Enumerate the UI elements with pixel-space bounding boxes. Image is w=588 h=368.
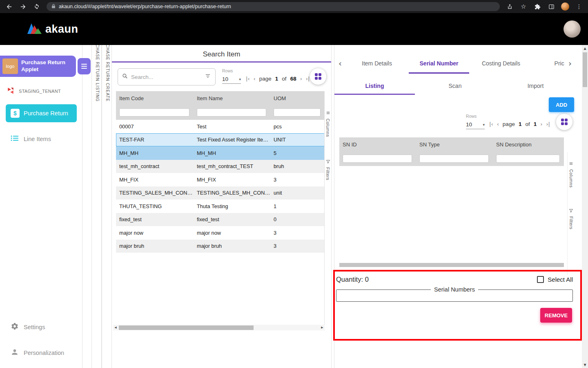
remove-button[interactable]: REMOVE bbox=[540, 308, 572, 323]
forward-icon[interactable] bbox=[19, 2, 27, 11]
scroll-down-icon[interactable]: ▼ bbox=[582, 361, 588, 368]
add-button[interactable]: ADD bbox=[549, 97, 574, 112]
h-scrollbar-thumb[interactable] bbox=[119, 325, 254, 330]
subtab-import[interactable]: Import bbox=[495, 77, 576, 95]
of-word: of bbox=[525, 121, 530, 127]
share-icon[interactable] bbox=[506, 2, 514, 11]
grid-icon bbox=[315, 73, 322, 80]
sidebar-item-purchase-return[interactable]: Purchase Return bbox=[6, 104, 77, 122]
last-page-icon[interactable]: ›| bbox=[306, 76, 310, 82]
uom-filter-input[interactable] bbox=[274, 108, 321, 117]
scroll-right-icon[interactable]: ▶ bbox=[320, 326, 325, 329]
extensions-icon[interactable] bbox=[533, 2, 541, 11]
table-row[interactable]: test_mh_contract test_mh_contract_TEST b… bbox=[116, 160, 325, 173]
tenant-selector[interactable]: STAGING_TENANT bbox=[7, 87, 61, 96]
address-bar[interactable]: akaun.cloud/#/applet/tnt/wavelet/erp/pur… bbox=[47, 2, 500, 11]
serial-number-table: SN ID SN Type SN Description bbox=[339, 137, 564, 263]
sn-description-filter-input[interactable] bbox=[496, 155, 560, 163]
next-page-icon[interactable]: › bbox=[540, 121, 542, 127]
grid-view-button[interactable] bbox=[310, 68, 326, 85]
header-sn-type[interactable]: SN Type bbox=[416, 141, 493, 148]
filter-list-icon[interactable] bbox=[205, 73, 211, 81]
serial-number-subtabs: Listing Scan Import bbox=[334, 77, 576, 95]
first-page-icon[interactable]: |‹ bbox=[489, 121, 493, 127]
applet-switcher[interactable]: logo Purchase Return Applet bbox=[0, 56, 76, 77]
sidebar-item-settings[interactable]: Settings bbox=[11, 322, 45, 332]
sidebar-item-label: Purchase Return bbox=[24, 110, 68, 117]
tab-item-details[interactable]: Item Details bbox=[346, 53, 408, 74]
next-page-icon[interactable]: › bbox=[300, 76, 302, 82]
rows-select[interactable]: 10 ▾ bbox=[222, 76, 241, 84]
columns-label: Columns bbox=[569, 169, 574, 188]
table-row[interactable]: TEST-FAR Test Fixed Asset Register Item … bbox=[116, 133, 325, 147]
filters-tool[interactable]: Filters bbox=[568, 207, 575, 229]
item-code-cell: TESTING_SALES_MH_CONTRACT bbox=[116, 190, 194, 196]
kebab-menu-icon[interactable]: ⋮ bbox=[575, 2, 583, 11]
add-row: ADD bbox=[334, 95, 576, 114]
columns-tool[interactable]: Columns bbox=[568, 160, 575, 188]
star-icon[interactable]: ☆ bbox=[519, 2, 528, 11]
last-page-icon[interactable]: ›| bbox=[546, 121, 550, 127]
filters-tool[interactable]: Filters bbox=[325, 158, 331, 180]
subtab-listing[interactable]: Listing bbox=[334, 77, 415, 95]
header-sn-description[interactable]: SN Description bbox=[493, 141, 564, 148]
browser-chrome: akaun.cloud/#/applet/tnt/wavelet/erp/pur… bbox=[0, 0, 588, 13]
tab-scroll-right-icon[interactable]: › bbox=[564, 53, 576, 74]
user-avatar[interactable] bbox=[564, 20, 581, 38]
purchase-return-icon bbox=[11, 109, 20, 118]
table-row[interactable]: TESTING_SALES_MH_CONTRACT TESTING_SALES_… bbox=[116, 186, 325, 200]
search-input[interactable] bbox=[131, 74, 201, 80]
rows-select[interactable]: 10 ▾ bbox=[466, 121, 485, 129]
refresh-icon[interactable] bbox=[33, 2, 41, 11]
table-row[interactable]: MH_FIX MH_FIX 3 bbox=[116, 173, 325, 186]
collapsed-tab-label: PURCHASE RETURN CREATE bbox=[104, 45, 110, 102]
header-item-name[interactable]: Item Name bbox=[194, 95, 270, 101]
back-icon[interactable] bbox=[5, 2, 13, 11]
side-panel-icon[interactable] bbox=[547, 2, 555, 11]
collapsed-tab-purchase-return-listing[interactable]: PURCHASE RETURN LISTING bbox=[91, 45, 102, 368]
panel-accent-rule bbox=[112, 61, 331, 63]
tab-scroll-left-icon[interactable]: ‹ bbox=[334, 53, 346, 74]
table-row[interactable]: major now major now 3 bbox=[116, 226, 325, 240]
prev-page-icon[interactable]: ‹ bbox=[254, 76, 256, 82]
sn-type-filter-input[interactable] bbox=[419, 155, 489, 163]
table-row[interactable]: fixed_test fixed_test 0 bbox=[116, 213, 325, 227]
tab-pricing[interactable]: Pricing bbox=[532, 53, 564, 74]
grid-view-button[interactable] bbox=[556, 114, 572, 130]
first-page-icon[interactable]: |‹ bbox=[246, 76, 250, 82]
table-row[interactable]: MH_MH MH_MH 5 bbox=[116, 146, 325, 160]
table-row[interactable]: major bruh major bruh 3 bbox=[116, 240, 325, 253]
tab-serial-number[interactable]: Serial Number bbox=[408, 53, 470, 74]
table-row[interactable]: THUTA_TESTING Thuta Testing 1 bbox=[116, 200, 325, 213]
header-sn-id[interactable]: SN ID bbox=[339, 141, 416, 148]
uom-cell: 1 bbox=[270, 203, 325, 209]
rows-label: Rows bbox=[222, 68, 241, 73]
hamburger-icon[interactable] bbox=[78, 58, 91, 74]
scrollbar-thumb[interactable] bbox=[583, 52, 587, 87]
item-name-filter-input[interactable] bbox=[197, 108, 266, 117]
h-scrollbar-thumb[interactable] bbox=[339, 263, 564, 267]
columns-tool[interactable]: Columns bbox=[325, 110, 331, 137]
applet-logo: logo bbox=[2, 58, 18, 74]
header-uom[interactable]: UOM bbox=[270, 95, 325, 101]
header-item-code[interactable]: Item Code bbox=[116, 95, 194, 101]
screen: akaun.cloud/#/applet/tnt/wavelet/erp/pur… bbox=[0, 0, 588, 368]
select-all-checkbox[interactable] bbox=[537, 276, 544, 283]
tab-costing-details[interactable]: Costing Details bbox=[470, 53, 532, 74]
search-icon bbox=[122, 73, 128, 81]
scroll-left-icon[interactable]: ◀ bbox=[113, 326, 118, 329]
scroll-up-icon[interactable]: ▲ bbox=[582, 45, 588, 52]
sidebar-item-personalization[interactable]: Personalization bbox=[11, 348, 64, 357]
prev-page-icon[interactable]: ‹ bbox=[497, 121, 499, 127]
subtab-scan[interactable]: Scan bbox=[415, 77, 495, 95]
sidebar-item-line-items[interactable]: Line Items bbox=[11, 135, 51, 143]
search-item-panel: Search Item Rows 10 ▾ |‹ bbox=[112, 45, 332, 368]
horizontal-scrollbar: ◀ ▶ bbox=[113, 325, 325, 330]
browser-avatar[interactable] bbox=[561, 2, 569, 11]
filters-label: Filters bbox=[569, 216, 574, 229]
sn-id-filter-input[interactable] bbox=[343, 155, 412, 163]
collapsed-tab-purchase-return-create[interactable]: PURCHASE RETURN CREATE bbox=[102, 45, 112, 368]
chevron-down-icon: ▾ bbox=[239, 77, 241, 81]
item-code-filter-input[interactable] bbox=[119, 108, 189, 117]
table-row[interactable]: 00007 Test pcs bbox=[116, 120, 325, 133]
